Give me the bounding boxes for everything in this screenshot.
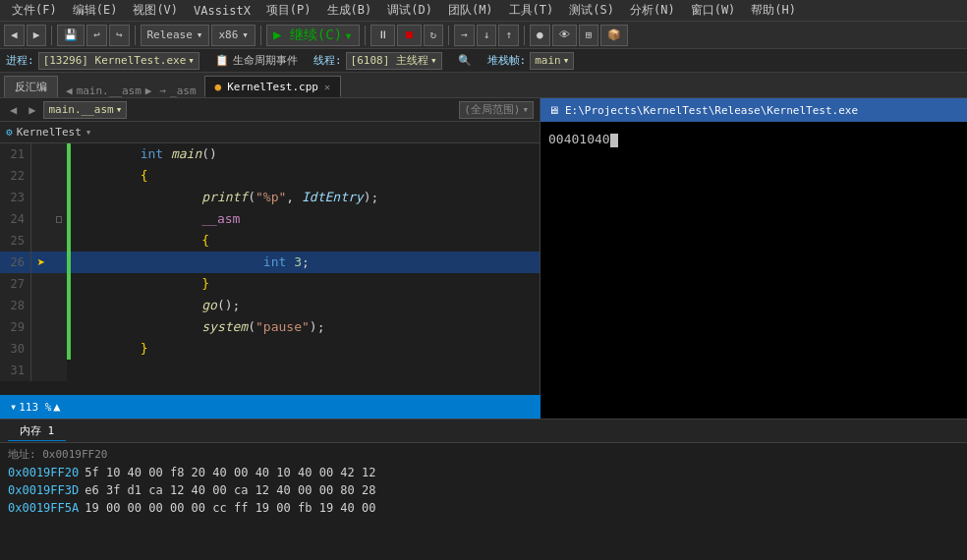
step-into-btn[interactable]: ↓ — [477, 25, 497, 46]
menu-debug[interactable]: 调试(D) — [379, 0, 440, 21]
thread-dropdown[interactable]: [6108] 主线程 ▾ — [346, 52, 442, 70]
console-content[interactable]: 00401040 — [540, 122, 967, 419]
line-arrow-23 — [31, 187, 51, 208]
project-dropdown-arrow[interactable]: ▾ — [85, 126, 92, 139]
modules-btn[interactable]: 📦 — [600, 25, 628, 46]
menu-bar: 文件(F) 编辑(E) 视图(V) VAssistX 项目(P) 生成(B) 调… — [0, 0, 967, 22]
line-num-27: 27 — [0, 273, 31, 295]
mem-addr-2: 0x0019FF5A — [8, 499, 79, 517]
function-label: main.__asm — [48, 103, 113, 116]
asm-label: _asm — [170, 84, 197, 97]
zoom-down-btn[interactable]: ▾ — [8, 400, 19, 414]
code-line-29: 29 system("pause"); — [0, 316, 540, 338]
line-expand-29 — [51, 316, 67, 338]
toolbar: ◀ ▶ 💾 ↩ ↪ Release ▾ x86 ▾ ▶ 继续(C) ▾ ⏸ ⏹ … — [0, 22, 967, 49]
watch-btn[interactable]: 👁 — [552, 25, 577, 46]
address-value[interactable]: 0x0019FF20 — [42, 448, 107, 461]
filter-icon: 🔍 — [458, 54, 472, 67]
mem-bytes-1: e6 3f d1 ca 12 40 00 ca 12 40 00 00 80 2… — [85, 481, 375, 499]
line-content-28[interactable]: go(); — [71, 295, 540, 316]
zoom-up-btn[interactable]: ▲ — [51, 400, 62, 414]
line-num-26: 26 — [0, 252, 31, 273]
editor-nav-right[interactable]: ▶ — [25, 101, 39, 119]
menu-window[interactable]: 窗口(W) — [683, 0, 744, 21]
scope-dropdown-arrow: ▾ — [522, 103, 529, 116]
line-content-23[interactable]: printf("%p", IdtEntry); — [71, 187, 540, 208]
code-line-25: 25 { — [0, 230, 540, 252]
line-content-27[interactable]: } — [71, 273, 540, 295]
step-over-btn[interactable]: → — [454, 25, 475, 46]
mem-addr-0: 0x0019FF20 — [8, 464, 79, 481]
line-content-26[interactable]: int 3; — [71, 252, 540, 273]
menu-vassistx[interactable]: VAssistX — [186, 2, 258, 20]
console-output-text: 00401040 — [548, 132, 610, 146]
editor-toolbar: ◀ ▶ main.__asm ▾ (全局范围) ▾ — [0, 98, 540, 122]
line-expand-24[interactable]: □ — [51, 208, 67, 230]
menu-build[interactable]: 生成(B) — [319, 0, 380, 21]
menu-test[interactable]: 测试(S) — [561, 0, 622, 21]
mem-bytes-2: 19 00 00 00 00 00 cc ff 19 00 fb 19 40 0… — [85, 499, 375, 517]
tab-disassembly[interactable]: 反汇编 — [4, 76, 58, 97]
restart-btn[interactable]: ↻ — [424, 25, 444, 46]
stack-dropdown[interactable]: main ▾ — [530, 52, 574, 70]
tab-file-modified: ● — [215, 81, 222, 93]
line-arrow-25 — [31, 230, 51, 252]
stop-btn[interactable]: ⏹ — [397, 25, 422, 46]
code-editor[interactable]: 21 int main() 22 { 23 printf("%p" — [0, 143, 540, 395]
line-content-24[interactable]: __asm — [71, 208, 540, 230]
tab-close-btn[interactable]: ✕ — [324, 82, 330, 92]
memory-tab[interactable]: 内存 1 — [8, 421, 66, 441]
nav-arrow-left[interactable]: ◀ — [66, 84, 73, 97]
line-arrow-26: ➤ — [31, 252, 51, 273]
line-num-31: 31 — [0, 360, 31, 381]
console-cursor — [610, 134, 618, 147]
console-icon: 🖥 — [548, 104, 559, 117]
line-content-29[interactable]: system("pause"); — [71, 316, 540, 338]
line-content-25[interactable]: { — [71, 230, 540, 252]
editor-nav-left[interactable]: ◀ — [6, 101, 21, 119]
menu-analyze[interactable]: 分析(N) — [622, 0, 683, 21]
code-line-21: 21 int main() — [0, 143, 540, 165]
toolbar-undo-btn[interactable]: ↩ — [86, 25, 107, 46]
tab-file[interactable]: ● KernelTest.cpp ✕ — [204, 76, 341, 97]
code-line-30: 30 } — [0, 338, 540, 360]
code-line-27: 27 } — [0, 273, 540, 295]
platform-dropdown[interactable]: x86 ▾ — [211, 25, 256, 46]
menu-edit[interactable]: 编辑(E) — [65, 0, 126, 21]
toolbar-redo-btn[interactable]: ↪ — [109, 25, 130, 46]
toolbar-save-all-btn[interactable]: 💾 — [57, 25, 85, 46]
project-name: KernelTest — [17, 126, 82, 139]
menu-view[interactable]: 视图(V) — [125, 0, 186, 21]
process-dropdown[interactable]: [13296] KernelTest.exe ▾ — [38, 52, 199, 70]
toolbar-back-btn[interactable]: ◀ — [4, 25, 25, 46]
line-arrow-27 — [31, 273, 51, 295]
thread-value: [6108] 主线程 — [351, 53, 428, 68]
toolbar-sep-5 — [448, 26, 449, 45]
nav-arrow-right[interactable]: ▶ — [145, 84, 152, 97]
line-content-31[interactable] — [71, 360, 540, 381]
continue-btn[interactable]: ▶ 继续(C) ▾ — [266, 25, 360, 46]
line-expand-30 — [51, 338, 67, 360]
config-dropdown[interactable]: Release ▾ — [141, 25, 210, 46]
line-expand-31 — [51, 360, 67, 381]
toolbar-sep-1 — [51, 26, 52, 45]
breakpoint-btn[interactable]: ● — [530, 25, 550, 46]
function-dropdown[interactable]: main.__asm ▾ — [43, 101, 127, 119]
line-num-23: 23 — [0, 187, 31, 208]
toolbar-sep-6 — [524, 26, 525, 45]
menu-tools[interactable]: 工具(T) — [501, 0, 562, 21]
menu-help[interactable]: 帮助(H) — [743, 0, 804, 21]
menu-team[interactable]: 团队(M) — [440, 0, 501, 21]
line-content-30[interactable]: } — [71, 338, 540, 360]
scope-label: (全局范围) — [464, 102, 520, 117]
threads-btn[interactable]: ⊞ — [579, 25, 599, 46]
pause-btn[interactable]: ⏸ — [370, 25, 395, 46]
toolbar-forward-btn[interactable]: ▶ — [27, 25, 47, 46]
line-content-21[interactable]: int main() — [71, 143, 540, 165]
menu-file[interactable]: 文件(F) — [4, 0, 65, 21]
process-value: [13296] KernelTest.exe — [43, 54, 187, 67]
line-content-22[interactable]: { — [71, 165, 540, 187]
menu-project[interactable]: 项目(P) — [258, 0, 319, 21]
step-out-btn[interactable]: ↑ — [498, 25, 519, 46]
scope-dropdown[interactable]: (全局范围) ▾ — [459, 101, 534, 119]
